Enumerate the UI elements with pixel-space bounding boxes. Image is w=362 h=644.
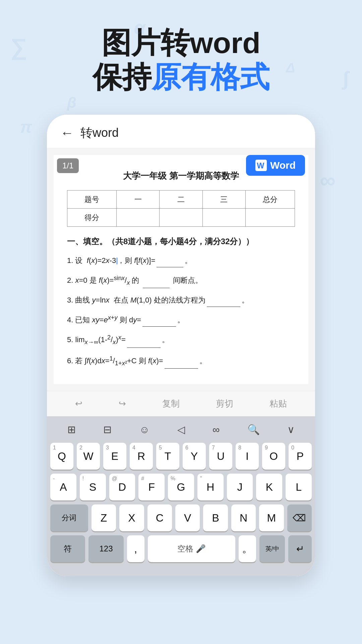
question-1: 1. 设 f(x)=2x-3，则 f[f(x)]=。 [67,254,295,267]
kb-arrow[interactable]: ◁ [173,422,189,437]
back-button[interactable]: ← [60,125,74,141]
key-d[interactable]: @D [109,474,135,500]
document-page: 大学一年级 第一学期高等数学 题号一二三总分 得分 一、填空。（共8道小题，每小… [54,155,308,384]
kb-collapse[interactable]: ∨ [283,422,299,437]
key-j[interactable]: J [227,474,253,500]
key-comma[interactable]: , [127,535,144,562]
question-2: 2. x=0 是 f(x)=sinx/x 的 间断点。 [67,273,295,288]
kb-emoji[interactable]: ☺ [135,422,154,437]
header-line1: 图片转word [20,27,342,59]
key-delete[interactable]: ⌫ [287,504,312,531]
key-y[interactable]: 6Y [183,443,206,470]
key-i[interactable]: 8I [236,443,259,470]
key-s[interactable]: !S [80,474,106,500]
edit-toolbar: ↩ ↪ 复制 剪切 粘贴 [47,391,315,416]
key-v[interactable]: V [175,504,200,531]
key-row-bottom: 符 123 , 空格 🎤 。 英/中 ↵ [50,535,312,562]
key-q[interactable]: 1Q [50,443,73,470]
key-c[interactable]: C [147,504,172,531]
copy-button[interactable]: 复制 [162,398,180,410]
app-title: 转word [80,125,119,141]
key-z[interactable]: Z [92,504,116,531]
keyboard-area: ⊞ ⊟ ☺ ◁ ∞ 🔍 ∨ 1Q 2W 3E 4R 5T 6Y 7U 8I 9O… [47,416,315,576]
key-t[interactable]: 5T [156,443,179,470]
key-row-3: 分词 Z X C V B N M ⌫ [50,504,312,531]
score-table: 题号一二三总分 得分 [67,190,295,227]
keyboard-top-row: ⊞ ⊟ ☺ ◁ ∞ 🔍 ∨ [47,416,315,443]
header-line2: 保持原有格式 [20,59,342,95]
key-h[interactable]: "H [197,474,224,500]
section-title: 一、填空。（共8道小题，每小题4分，满分32分）） [67,235,295,249]
header-line2-prefix: 保持 [93,60,152,94]
phone-mockup: ← 转word 1/1 W Word 大学一年级 第一学期高等数学 题号一二三总… [47,115,315,576]
document-area: 1/1 W Word 大学一年级 第一学期高等数学 题号一二三总分 得分 一、填… [47,148,315,391]
key-u[interactable]: 7U [209,443,232,470]
paste-button[interactable]: 粘贴 [269,398,287,410]
undo-button[interactable]: ↩ [75,398,82,409]
key-fenci[interactable]: 分词 [50,504,88,531]
key-period[interactable]: 。 [239,535,256,562]
kb-search[interactable]: 🔍 [243,422,264,437]
key-r[interactable]: 4R [130,443,153,470]
word-button-label: Word [270,160,296,171]
key-symbol[interactable]: 符 [50,535,85,562]
key-space[interactable]: 空格 🎤 [148,535,235,562]
word-icon: W [255,160,267,171]
question-5: 5. limx→∞(1-2/x)x=。 [67,332,295,348]
question-3: 3. 曲线 y=lnx 在点 M(1,0) 处的法线方程为。 [67,293,295,307]
key-row-2: -A !S @D #F %G "H J K L [50,474,312,500]
kb-emoji-grid[interactable]: ⊞ [63,422,80,437]
question-4: 4. 已知 xy=ex+y 则 dy=。 [67,312,295,327]
header-section: 图片转word 保持原有格式 [0,0,362,108]
word-button[interactable]: W Word [246,155,305,176]
keyboard-keys: 1Q 2W 3E 4R 5T 6Y 7U 8I 9O 0P -A !S @D #… [47,443,315,562]
page-badge: 1/1 [57,158,79,173]
key-n[interactable]: N [231,504,256,531]
key-enter[interactable]: ↵ [288,535,312,562]
key-f[interactable]: #F [138,474,165,500]
key-b[interactable]: B [203,504,228,531]
key-w[interactable]: 2W [77,443,100,470]
key-e[interactable]: 3E [103,443,126,470]
key-x[interactable]: X [119,504,144,531]
kb-link[interactable]: ∞ [208,422,224,437]
key-k[interactable]: K [256,474,282,500]
key-p[interactable]: 0P [289,443,312,470]
key-a[interactable]: -A [50,474,76,500]
key-row-1: 1Q 2W 3E 4R 5T 6Y 7U 8I 9O 0P [50,443,312,470]
question-6: 6. 若 ∫f(x)dx=1/1+x²+C 则 f(x)=。 [67,353,295,369]
key-g[interactable]: %G [168,474,194,500]
cut-button[interactable]: 剪切 [216,398,233,410]
header-line2-blue: 原有格式 [152,60,269,94]
redo-button[interactable]: ↪ [119,398,126,409]
app-bar: ← 转word [47,115,315,148]
key-m[interactable]: M [259,504,284,531]
key-123[interactable]: 123 [88,535,123,562]
svg-text:W: W [257,161,264,170]
kb-grid[interactable]: ⊟ [99,422,116,437]
key-lang[interactable]: 英/中 [259,535,285,562]
key-l[interactable]: L [286,474,312,500]
key-o[interactable]: 9O [262,443,285,470]
